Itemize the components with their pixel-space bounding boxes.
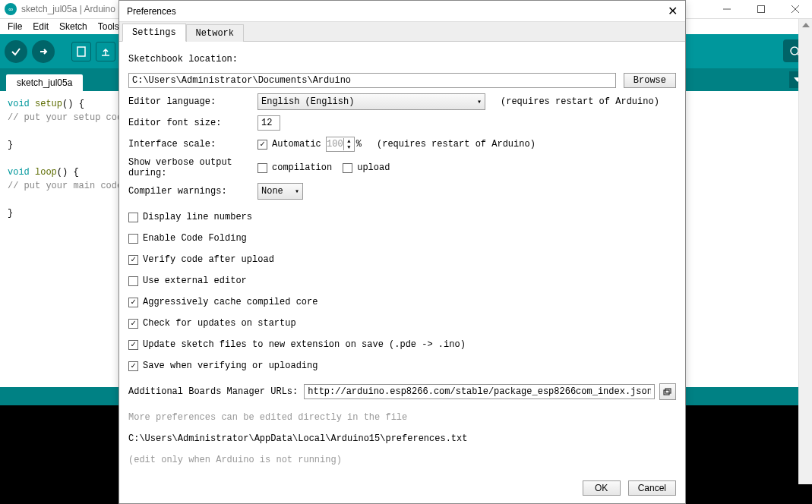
browse-button[interactable]: Browse <box>624 73 676 88</box>
automatic-checkbox[interactable] <box>258 140 267 150</box>
more-prefs-note-2: (edit only when Arduino is not running) <box>128 452 676 468</box>
menu-sketch[interactable]: Sketch <box>55 20 92 33</box>
cache-label: Aggressively cache compiled core <box>143 297 318 307</box>
svg-rect-10 <box>665 389 671 393</box>
cancel-button[interactable]: Cancel <box>628 480 676 496</box>
dialog-title: Preferences <box>127 6 176 17</box>
urls-label: Additional Boards Manager URLs: <box>128 386 298 397</box>
verify-checkbox[interactable] <box>128 255 138 265</box>
external-checkbox[interactable] <box>128 276 138 286</box>
dialog-tabs: Settings Network <box>119 22 685 42</box>
sketchbook-label: Sketchbook location: <box>128 54 238 65</box>
svg-rect-9 <box>664 390 669 395</box>
dialog-footer: OK Cancel <box>119 473 685 503</box>
svg-rect-1 <box>757 6 764 13</box>
prefs-file-path[interactable]: C:\Users\Administrator\AppData\Local\Ard… <box>128 430 676 447</box>
menu-edit[interactable]: Edit <box>28 20 53 33</box>
urls-expand-button[interactable] <box>659 383 676 400</box>
minimize-button[interactable] <box>709 0 744 19</box>
language-label: Editor language: <box>128 96 258 107</box>
svg-point-7 <box>791 47 798 55</box>
chevron-down-icon: ▾ <box>477 97 482 106</box>
ok-button[interactable]: OK <box>583 480 621 496</box>
upload-checkbox[interactable] <box>343 163 352 173</box>
close-button[interactable] <box>778 0 812 19</box>
open-button[interactable] <box>96 42 115 61</box>
compilation-checkbox[interactable] <box>258 163 267 173</box>
vertical-scrollbar[interactable] <box>798 19 812 484</box>
main-title: sketch_jul05a | Arduino <box>21 4 115 14</box>
linenumbers-label: Display line numbers <box>143 212 252 222</box>
folding-checkbox[interactable] <box>128 234 138 244</box>
extension-label: Update sketch files to new extension on … <box>143 339 466 350</box>
scale-spinner[interactable]: 100 ▲▼ <box>326 137 355 152</box>
dialog-body: Sketchbook location: Browse Editor langu… <box>119 42 685 473</box>
dialog-close-button[interactable]: ✕ <box>668 4 678 18</box>
external-label: Use external editor <box>143 276 247 286</box>
automatic-label: Automatic <box>272 139 321 150</box>
updates-label: Check for updates on startup <box>143 318 296 329</box>
folding-label: Enable Code Folding <box>143 233 247 244</box>
restart-note-2: (requires restart of Arduino) <box>377 139 536 150</box>
cache-checkbox[interactable] <box>128 298 138 307</box>
new-button[interactable] <box>71 42 91 61</box>
saveverify-label: Save when verifying or uploading <box>143 361 318 371</box>
menu-file[interactable]: File <box>3 20 27 33</box>
verify-label: Verify code after upload <box>143 254 274 265</box>
fontsize-input[interactable] <box>258 115 280 131</box>
svg-rect-4 <box>77 47 85 56</box>
updates-checkbox[interactable] <box>128 319 138 329</box>
scale-label: Interface scale: <box>128 139 258 150</box>
more-prefs-note-1: More preferences can be edited directly … <box>128 409 676 426</box>
compilation-label: compilation <box>272 162 332 173</box>
sketch-tab[interactable]: sketch_jul05a <box>6 74 83 91</box>
maximize-button[interactable] <box>744 0 778 19</box>
chevron-down-icon: ▾ <box>295 187 299 196</box>
restart-note-1: (requires restart of Arduino) <box>501 96 659 107</box>
tab-network[interactable]: Network <box>186 24 244 42</box>
fontsize-label: Editor font size: <box>128 118 258 128</box>
upload-label: upload <box>357 162 390 173</box>
tab-settings[interactable]: Settings <box>122 24 186 42</box>
spinner-down-icon[interactable]: ▼ <box>344 144 354 150</box>
extension-checkbox[interactable] <box>128 340 138 350</box>
verify-button[interactable] <box>5 40 27 63</box>
percent-label: % <box>356 139 362 150</box>
urls-input[interactable] <box>304 384 655 399</box>
saveverify-checkbox[interactable] <box>128 361 138 371</box>
language-select[interactable]: English (English)▾ <box>258 93 485 110</box>
arduino-logo-icon: ∞ <box>5 3 17 15</box>
preferences-dialog: Preferences ✕ Settings Network Sketchboo… <box>118 0 686 504</box>
upload-button[interactable] <box>32 40 55 63</box>
linenumbers-checkbox[interactable] <box>128 213 138 222</box>
dialog-titlebar: Preferences ✕ <box>119 1 685 22</box>
verbose-label: Show verbose output during: <box>128 157 258 178</box>
sketchbook-path-input[interactable] <box>128 73 616 88</box>
warnings-label: Compiler warnings: <box>128 186 258 197</box>
spinner-up-icon[interactable]: ▲ <box>344 138 354 144</box>
warnings-select[interactable]: None▾ <box>258 183 303 200</box>
